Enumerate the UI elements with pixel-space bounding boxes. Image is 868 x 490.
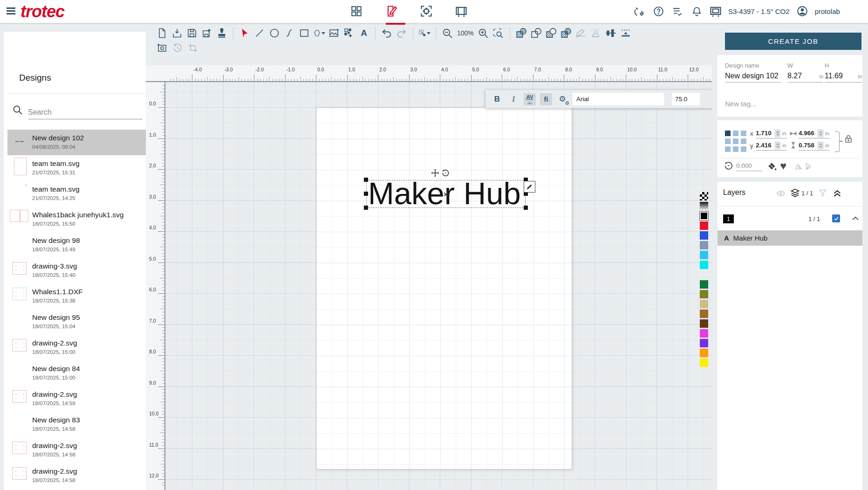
intersect-icon[interactable] (545, 27, 557, 39)
y-position-input[interactable] (756, 142, 773, 149)
collapse-all-icon[interactable] (832, 188, 842, 198)
distribute-objects-icon[interactable] (620, 27, 632, 39)
subtract-icon[interactable] (560, 27, 572, 39)
color-swatch-orange[interactable] (700, 349, 708, 357)
weld-icon[interactable] (515, 27, 527, 39)
polygon-tool-icon[interactable] (313, 27, 325, 39)
trace-image-icon[interactable] (156, 42, 168, 54)
zoom-out-icon[interactable] (441, 27, 453, 39)
anchor-middle-left[interactable] (725, 138, 731, 144)
design-list-item[interactable]: New design 9518/07/2025, 15:04 (7, 309, 146, 335)
design-list-item[interactable]: New design 8318/07/2025, 14:58 (7, 412, 146, 437)
x-stepper[interactable] (774, 129, 781, 138)
design-list-item[interactable]: New design 9818/07/2025, 15:49 (7, 232, 146, 258)
rectangle-tool-icon[interactable] (298, 27, 310, 39)
engrave-tool-icon[interactable] (575, 27, 587, 39)
anchor-bottom-center[interactable] (733, 146, 738, 152)
save-as-icon[interactable] (201, 27, 213, 39)
design-name-input[interactable] (725, 72, 781, 83)
tab-designer[interactable] (384, 4, 399, 19)
design-list-item[interactable]: drawing-3.svg18/07/2025, 15:40 (7, 258, 146, 283)
design-page[interactable] (316, 107, 572, 469)
flip-horizontal-icon[interactable] (794, 162, 803, 171)
x-position-input[interactable] (756, 130, 773, 137)
selection-handle[interactable] (364, 206, 368, 210)
color-swatch-yellow[interactable] (700, 359, 708, 367)
photo-tool-icon[interactable] (590, 27, 602, 39)
canvas-viewport[interactable]: Maker Hub B I AV↔ fi ⚙⚙ (165, 82, 712, 490)
color-swatch-olive[interactable] (700, 290, 708, 298)
notifications-icon[interactable] (690, 5, 703, 18)
design-list-item[interactable]: Whales1.1.DXF18/07/2025, 15:38 (7, 283, 146, 309)
color-swatch-dark-brown[interactable] (700, 319, 708, 328)
zoom-level[interactable]: 100% (457, 29, 474, 37)
barcode-tool-icon[interactable] (343, 27, 355, 39)
transform-tool-icon[interactable] (418, 27, 431, 39)
color-swatch-cyan[interactable] (700, 261, 708, 269)
dropdown-arrow-icon[interactable] (427, 32, 431, 35)
color-swatch-brown[interactable] (700, 310, 708, 318)
color-swatch-sky-cyan[interactable] (700, 251, 708, 259)
color-swatch-dark-green[interactable] (700, 280, 708, 289)
width-stepper[interactable] (817, 129, 824, 138)
tab-positioning[interactable] (419, 4, 434, 19)
layer-number-badge[interactable]: 1 (723, 214, 734, 223)
anchor-bottom-right[interactable] (741, 146, 746, 152)
italic-button[interactable]: I (507, 93, 519, 105)
font-size-input[interactable] (672, 93, 700, 105)
transfer-settings-icon[interactable] (633, 5, 646, 18)
object-height-input[interactable] (799, 142, 816, 149)
stamp-icon[interactable] (216, 27, 228, 39)
font-family-input[interactable] (573, 93, 664, 105)
image-tool-icon[interactable] (328, 27, 340, 39)
selection-handle[interactable] (364, 178, 368, 182)
curve-tool-icon[interactable] (283, 27, 295, 39)
ligatures-button[interactable]: fi (540, 93, 552, 105)
design-list-item[interactable]: drawing-2.svg18/07/2025, 14:59 (7, 386, 146, 412)
redo-icon[interactable] (396, 27, 408, 39)
y-stepper[interactable] (774, 141, 781, 150)
rotate-cursor-icon[interactable] (441, 169, 450, 177)
object-width-input[interactable] (799, 130, 816, 137)
height-stepper[interactable] (817, 141, 824, 150)
anchor-top-right[interactable] (741, 131, 746, 136)
new-design-icon[interactable] (156, 27, 168, 39)
create-job-button[interactable]: CREATE JOB (725, 33, 861, 50)
design-list-item[interactable]: Whales1back junehyuk1.svg18/07/2025, 15:… (7, 207, 146, 232)
crop-icon[interactable] (187, 42, 199, 54)
page-height-input[interactable] (825, 72, 858, 82)
design-list-item[interactable]: team team.svg21/07/2025, 14:25 (7, 181, 146, 207)
history-icon[interactable] (171, 42, 184, 54)
color-swatch-khaki[interactable] (700, 300, 708, 308)
color-swatch-blue[interactable] (700, 231, 708, 240)
vertical-ruler[interactable]: 0.01.02.03.04.05.06.07.08.09.010.011.012… (146, 82, 165, 490)
selection-handle[interactable] (364, 192, 368, 196)
align-objects-icon[interactable] (605, 27, 617, 39)
trim-icon[interactable] (530, 27, 542, 39)
zoom-selection-icon[interactable] (492, 27, 505, 39)
color-swatch-steel-blue[interactable] (700, 241, 708, 249)
color-swatch-red[interactable] (700, 221, 708, 230)
lock-aspect-icon[interactable] (843, 133, 854, 145)
visibility-eye-icon[interactable] (776, 189, 786, 198)
anchor-middle-right[interactable] (741, 138, 746, 144)
machine-name[interactable]: S3-4397 - 1.5'' CO2 (728, 7, 790, 15)
text-settings-icon[interactable]: ⚙⚙ (556, 93, 568, 105)
design-list-item[interactable]: New design 8418/07/2025, 15:00 (7, 360, 146, 386)
color-swatch-magenta[interactable] (700, 329, 708, 338)
anchor-bottom-left[interactable] (725, 146, 731, 152)
undo-icon[interactable] (381, 27, 393, 39)
tasks-icon[interactable] (671, 5, 684, 18)
layer-collapse-icon[interactable] (851, 214, 860, 223)
design-list-item[interactable]: drawing-2.svg18/07/2025, 15:00 (7, 335, 146, 360)
horizontal-ruler[interactable]: -4.0-3.0-2.0-1.00.01.02.03.04.05.06.07.0… (146, 65, 712, 82)
rotation-input[interactable] (736, 162, 762, 171)
filter-icon[interactable] (818, 188, 827, 198)
anchor-top-left[interactable] (725, 131, 731, 136)
color-swatch-black[interactable] (700, 212, 708, 220)
bold-button[interactable]: B (491, 93, 503, 105)
edit-text-button[interactable] (524, 181, 535, 193)
layers-stack-icon[interactable] (790, 188, 800, 198)
machine-icon[interactable] (709, 5, 722, 18)
menu-icon[interactable] (7, 7, 15, 14)
